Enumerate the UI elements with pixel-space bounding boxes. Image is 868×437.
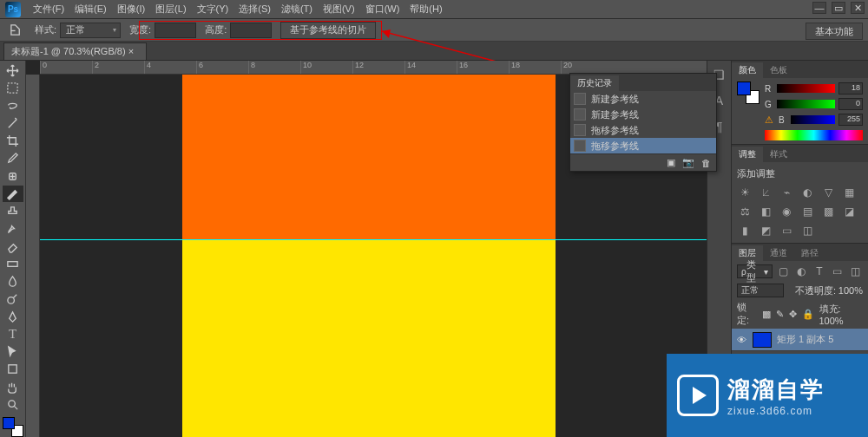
gradient-tool-icon[interactable] <box>3 256 23 272</box>
width-field[interactable] <box>155 23 196 38</box>
tab-swatches[interactable]: 色板 <box>763 62 794 78</box>
filter-pixel-icon[interactable]: ▢ <box>776 264 791 278</box>
layer-item[interactable]: 👁 矩形 1 副本 5 <box>732 329 868 351</box>
history-step-icon <box>574 93 586 105</box>
lasso-tool-icon[interactable] <box>3 98 23 114</box>
history-camera-icon[interactable]: 📷 <box>682 157 694 168</box>
layer-kind-filter[interactable]: ρ 类型 ▾ <box>737 264 773 278</box>
g-value[interactable]: 0 <box>838 98 863 110</box>
g-slider[interactable] <box>777 100 835 108</box>
menu-filter[interactable]: 滤镜(T) <box>276 1 318 17</box>
eyedropper-tool-icon[interactable] <box>3 150 23 166</box>
adj-invert-icon[interactable]: ◪ <box>841 205 857 218</box>
crop-tool-icon[interactable] <box>3 133 23 149</box>
b-slider[interactable] <box>791 115 835 124</box>
pen-tool-icon[interactable] <box>3 309 23 325</box>
r-slider[interactable] <box>777 84 835 93</box>
eraser-tool-icon[interactable] <box>3 238 23 255</box>
spectrum-bar[interactable] <box>765 130 863 140</box>
history-panel[interactable]: 历史记录 新建参考线 新建参考线 拖移参考线 拖移参考线 ▣ 📷 🗑 <box>569 73 717 172</box>
history-item[interactable]: 新建参考线 <box>570 91 716 107</box>
lock-all-icon[interactable]: 🔒 <box>802 309 814 320</box>
filter-shape-icon[interactable]: ▭ <box>830 264 845 278</box>
tab-adjust[interactable]: 调整 <box>732 147 763 162</box>
adj-mixer-icon[interactable]: ▤ <box>799 205 815 218</box>
wand-tool-icon[interactable] <box>3 115 23 132</box>
filter-type-icon[interactable]: T <box>812 264 826 278</box>
adj-lookup-icon[interactable]: ▩ <box>820 205 836 218</box>
shape-tool-icon[interactable] <box>3 361 23 377</box>
b-value[interactable]: 255 <box>838 114 863 126</box>
tab-color[interactable]: 颜色 <box>732 62 763 78</box>
stamp-tool-icon[interactable] <box>3 203 23 219</box>
menu-edit[interactable]: 编辑(E) <box>69 1 112 17</box>
document-tab[interactable]: 未标题-1 @ 70.3%(RGB/8) × <box>3 42 147 60</box>
window-minimize-icon[interactable]: — <box>812 2 826 14</box>
blend-mode-dropdown[interactable]: 正常 <box>737 284 784 297</box>
lock-move-icon[interactable]: ✥ <box>789 309 797 320</box>
menu-file[interactable]: 文件(F) <box>28 1 69 17</box>
height-field[interactable] <box>230 23 272 38</box>
style-dropdown[interactable]: 正常 <box>60 23 121 38</box>
menu-help[interactable]: 帮助(H) <box>404 1 447 17</box>
workspace-switcher[interactable]: 基本功能 <box>806 23 863 40</box>
b-label: B <box>779 115 787 125</box>
guide-line-1[interactable] <box>40 239 707 240</box>
fg-bg-swatch[interactable] <box>3 417 23 437</box>
heal-tool-icon[interactable] <box>3 168 23 185</box>
adj-brightness-icon[interactable]: ☀ <box>737 186 753 199</box>
menu-image[interactable]: 图像(I) <box>112 1 150 17</box>
menu-window[interactable]: 窗口(W) <box>360 1 405 17</box>
adj-balance-icon[interactable]: ⚖ <box>737 205 753 218</box>
lock-paint-icon[interactable]: ✎ <box>776 309 784 320</box>
adj-gradmap-icon[interactable]: ▭ <box>779 224 794 238</box>
adj-exposure-icon[interactable]: ◐ <box>799 186 815 199</box>
adj-vibrance-icon[interactable]: ▽ <box>820 186 836 199</box>
menu-layer[interactable]: 图层(L) <box>150 1 191 17</box>
filter-smart-icon[interactable]: ◫ <box>848 264 863 278</box>
document-canvas[interactable] <box>182 75 556 437</box>
move-tool-icon[interactable] <box>3 62 23 79</box>
zoom-tool-icon[interactable] <box>3 396 23 413</box>
menu-type[interactable]: 文字(Y) <box>192 1 234 17</box>
current-tool-icon[interactable] <box>5 22 26 39</box>
history-item[interactable]: 新建参考线 <box>570 107 716 122</box>
adj-thresh-icon[interactable]: ◩ <box>758 224 773 238</box>
dodge-tool-icon[interactable] <box>3 290 23 307</box>
path-select-tool-icon[interactable] <box>3 343 23 360</box>
adj-levels-icon[interactable]: ⟀ <box>758 186 773 199</box>
history-snapshot-icon[interactable]: ▣ <box>667 157 675 168</box>
adj-hue-icon[interactable]: ▦ <box>841 186 857 199</box>
tab-styles[interactable]: 样式 <box>763 147 794 162</box>
history-item[interactable]: 拖移参考线 <box>570 138 716 153</box>
hand-tool-icon[interactable] <box>3 379 23 395</box>
window-close-icon[interactable]: ✕ <box>851 2 865 14</box>
adj-selcolor-icon[interactable]: ◫ <box>799 224 815 238</box>
fill-value[interactable]: 100% <box>819 316 844 326</box>
slice-tool-icon[interactable] <box>3 186 23 202</box>
tab-history[interactable]: 历史记录 <box>570 75 619 91</box>
visibility-icon[interactable]: 👁 <box>735 335 747 345</box>
history-brush-tool-icon[interactable] <box>3 220 23 237</box>
adj-photo-icon[interactable]: ◉ <box>779 205 794 218</box>
history-delete-icon[interactable]: 🗑 <box>701 158 711 168</box>
type-tool-icon[interactable]: T <box>3 326 23 342</box>
adj-bw-icon[interactable]: ◧ <box>758 205 773 218</box>
filter-adj-icon[interactable]: ◐ <box>794 264 809 278</box>
history-item-label: 新建参考线 <box>591 93 639 106</box>
opacity-value[interactable]: 100% <box>838 285 863 296</box>
marquee-tool-icon[interactable] <box>3 80 23 96</box>
color-swatch-pair[interactable] <box>737 82 760 104</box>
lock-trans-icon[interactable]: ▩ <box>762 309 771 320</box>
menu-select[interactable]: 选择(S) <box>233 1 276 17</box>
tab-paths[interactable]: 路径 <box>794 245 825 261</box>
slice-from-guides-button[interactable]: 基于参考线的切片 <box>280 22 376 39</box>
adj-poster-icon[interactable]: ▮ <box>737 224 753 238</box>
window-maximize-icon[interactable]: ▭ <box>832 2 845 14</box>
r-value[interactable]: 18 <box>838 82 863 95</box>
blur-tool-icon[interactable] <box>3 273 23 290</box>
menu-view[interactable]: 视图(V) <box>318 1 360 17</box>
history-item[interactable]: 拖移参考线 <box>570 122 716 138</box>
tab-channels[interactable]: 通道 <box>763 245 794 261</box>
adj-curves-icon[interactable]: ⌁ <box>779 186 794 199</box>
